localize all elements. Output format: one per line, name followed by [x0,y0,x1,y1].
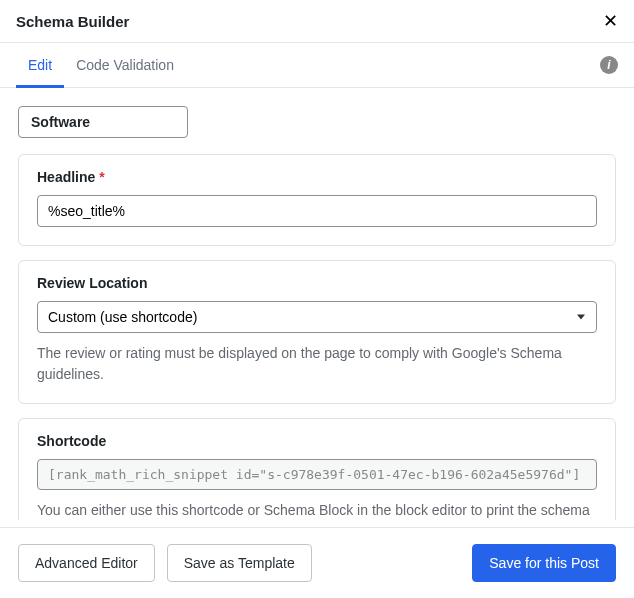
headline-input[interactable] [37,195,597,227]
save-template-button[interactable]: Save as Template [167,544,312,582]
review-location-help: The review or rating must be displayed o… [37,343,597,385]
shortcode-help-pre: You can either use this shortcode or Sch… [37,502,590,520]
advanced-editor-button[interactable]: Advanced Editor [18,544,155,582]
tabs: Edit Code Validation i [0,43,634,88]
tab-edit[interactable]: Edit [16,43,64,87]
info-icon[interactable]: i [600,56,618,74]
schema-type-selector[interactable]: Software [18,106,188,138]
field-review-location: Review Location Custom (use shortcode) T… [18,260,616,404]
field-shortcode: Shortcode You can either use this shortc… [18,418,616,520]
review-location-select-wrapper: Custom (use shortcode) [37,301,597,333]
review-location-label: Review Location [37,275,597,291]
tab-code-validation[interactable]: Code Validation [64,43,186,87]
headline-label: Headline * [37,169,597,185]
required-marker: * [99,169,104,185]
save-post-button[interactable]: Save for this Post [472,544,616,582]
close-icon[interactable]: ✕ [603,12,618,30]
shortcode-label: Shortcode [37,433,597,449]
field-headline: Headline * [18,154,616,246]
footer: Advanced Editor Save as Template Save fo… [0,527,634,598]
modal-title: Schema Builder [16,13,129,30]
review-location-select[interactable]: Custom (use shortcode) [37,301,597,333]
content-area: Software Headline * Review Location Cust… [0,88,634,520]
shortcode-help: You can either use this shortcode or Sch… [37,500,597,520]
shortcode-input[interactable] [37,459,597,490]
headline-label-text: Headline [37,169,95,185]
modal-header: Schema Builder ✕ [0,0,634,43]
